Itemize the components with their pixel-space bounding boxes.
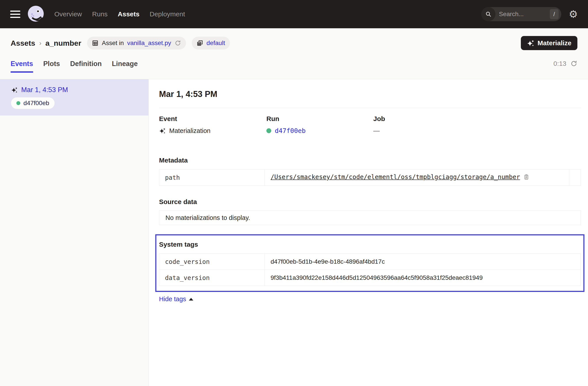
asset-file-link[interactable]: vanilla_asset.py bbox=[127, 40, 171, 47]
event-column-label: Event bbox=[159, 115, 266, 122]
materialize-button[interactable]: Materialize bbox=[521, 36, 577, 50]
grid-icon bbox=[92, 40, 99, 46]
settings-gear-icon[interactable]: ⚙ bbox=[569, 9, 578, 19]
event-summary-grid: Event Run Job Materialization d47f00eb — bbox=[159, 115, 581, 135]
nav-runs[interactable]: Runs bbox=[92, 10, 107, 18]
table-row: path /Users/smackesey/stm/code/elementl/… bbox=[159, 170, 581, 186]
menu-icon[interactable] bbox=[10, 11, 20, 18]
refresh-timer: 0:13 bbox=[554, 60, 566, 67]
tab-lineage[interactable]: Lineage bbox=[112, 60, 138, 73]
table-row: data_version 9f3b411a390fd22e158d446d5d1… bbox=[159, 270, 581, 286]
hide-tags-label: Hide tags bbox=[159, 295, 186, 303]
reload-location-icon[interactable] bbox=[174, 40, 181, 46]
system-tag-value: d47f00eb-5d1b-4e9e-b18c-4896af4bd17c bbox=[265, 254, 581, 270]
sparkles-icon bbox=[527, 39, 534, 47]
refresh-icon[interactable] bbox=[570, 60, 577, 67]
run-id-badge[interactable]: d47f00eb bbox=[11, 97, 55, 109]
nav-overview[interactable]: Overview bbox=[54, 10, 82, 18]
materialize-label: Materialize bbox=[538, 39, 571, 47]
run-status-dot bbox=[16, 101, 20, 105]
job-empty-value: — bbox=[373, 127, 581, 135]
breadcrumb: Assets › a_number bbox=[11, 39, 81, 47]
event-list-sidebar: Mar 1, 4:53 PM d47f00eb bbox=[0, 79, 149, 386]
nav-assets[interactable]: Assets bbox=[118, 10, 139, 18]
materialization-sparkles-icon bbox=[11, 87, 18, 93]
source-data-section-title: Source data bbox=[159, 198, 581, 205]
top-navigation-bar: Overview Runs Assets Deployment / ⚙ bbox=[0, 0, 588, 28]
caret-up-icon bbox=[189, 298, 193, 301]
asset-group-badge[interactable]: default bbox=[192, 37, 230, 49]
breadcrumb-separator: › bbox=[39, 39, 42, 47]
asset-tabs: Events Plots Definition Lineage bbox=[11, 60, 138, 73]
event-timestamp: Mar 1, 4:53 PM bbox=[21, 86, 68, 94]
event-type-value: Materialization bbox=[169, 127, 210, 135]
run-id-link[interactable]: d47f00eb bbox=[275, 127, 306, 135]
asset-header: Assets › a_number Asset in vanilla_asset… bbox=[0, 28, 588, 79]
tab-events[interactable]: Events bbox=[11, 60, 33, 73]
primary-nav: Overview Runs Assets Deployment bbox=[54, 10, 185, 18]
asset-definition-badge[interactable]: Asset in vanilla_asset.py bbox=[87, 37, 186, 49]
metadata-key: path bbox=[159, 170, 265, 186]
search-box[interactable]: / bbox=[481, 7, 561, 21]
system-tag-key: code_version bbox=[159, 254, 265, 270]
asset-group-icon bbox=[197, 40, 203, 46]
breadcrumb-current-asset: a_number bbox=[45, 39, 82, 47]
system-tags-section-title: System tags bbox=[159, 241, 581, 248]
tab-plots[interactable]: Plots bbox=[43, 60, 60, 73]
job-column-label: Job bbox=[373, 115, 581, 122]
asset-definition-prefix: Asset in bbox=[102, 40, 124, 47]
nav-deployment[interactable]: Deployment bbox=[149, 10, 185, 18]
system-tag-value: 9f3b411a390fd22e158d446d5d12504963596aa6… bbox=[265, 270, 581, 286]
search-shortcut-hint: / bbox=[550, 9, 559, 19]
metadata-path-link[interactable]: /Users/smackesey/stm/code/elementl/oss/t… bbox=[271, 173, 520, 181]
run-id-label: d47f00eb bbox=[23, 100, 49, 107]
breadcrumb-assets-link[interactable]: Assets bbox=[11, 39, 35, 47]
system-tags-highlight-box: System tags code_version d47f00eb-5d1b-4… bbox=[155, 234, 585, 292]
metadata-section-title: Metadata bbox=[159, 157, 581, 164]
event-detail-panel: Mar 1, 4:53 PM Event Run Job Materializa… bbox=[149, 79, 588, 386]
search-icon bbox=[481, 7, 495, 21]
metadata-table: path /Users/smackesey/stm/code/elementl/… bbox=[159, 169, 581, 186]
dagster-logo[interactable] bbox=[26, 4, 45, 24]
event-heading: Mar 1, 4:53 PM bbox=[159, 89, 581, 99]
materialization-sparkles-icon bbox=[159, 127, 166, 134]
system-tags-table: code_version d47f00eb-5d1b-4e9e-b18c-489… bbox=[159, 254, 581, 286]
run-status-dot bbox=[266, 128, 271, 133]
copy-icon[interactable] bbox=[523, 175, 530, 182]
hide-tags-link[interactable]: Hide tags bbox=[159, 295, 193, 303]
asset-group-link[interactable]: default bbox=[207, 40, 225, 47]
table-row: code_version d47f00eb-5d1b-4e9e-b18c-489… bbox=[159, 254, 581, 270]
tab-definition[interactable]: Definition bbox=[70, 60, 102, 73]
metadata-action-cell bbox=[569, 170, 581, 186]
source-data-empty-state: No materializations to display. bbox=[159, 210, 581, 225]
search-input[interactable] bbox=[499, 11, 550, 18]
system-tag-key: data_version bbox=[159, 270, 265, 286]
event-list-item-selected[interactable]: Mar 1, 4:53 PM d47f00eb bbox=[0, 79, 148, 116]
run-column-label: Run bbox=[266, 115, 373, 122]
divider bbox=[159, 108, 581, 108]
